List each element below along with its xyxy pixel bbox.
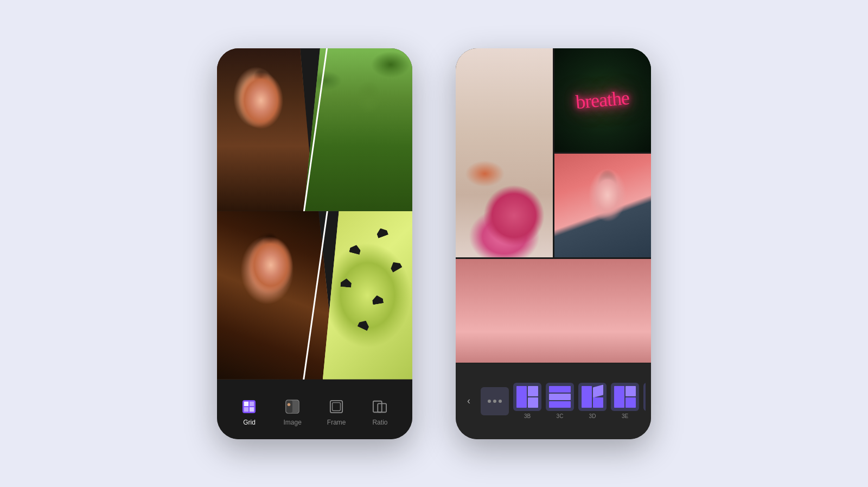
mini-grid-3e: [614, 386, 636, 408]
graduation-girl-top-left: [217, 48, 315, 211]
cap-3: [340, 278, 352, 288]
mini-cell-3e-3: [626, 397, 636, 408]
mini-grid-3b: [516, 386, 538, 408]
mini-cell-3d-1: [582, 386, 592, 408]
grid-option-3b[interactable]: 3B: [513, 383, 541, 419]
cap-5: [358, 319, 371, 331]
mini-cell-3d-3: [593, 397, 603, 408]
grid-options-scroll: 3B 3C: [513, 383, 646, 419]
mini-cell-3b-2: [528, 386, 538, 396]
grid-option-3c-label: 3C: [557, 413, 564, 419]
cell-breathe: breathe: [554, 48, 652, 152]
cap-shapes-overlay: [323, 211, 412, 380]
grid-option-3f[interactable]: 3F: [643, 383, 646, 419]
breathe-neon-text: breathe: [575, 86, 630, 113]
mini-grid-3d: [582, 386, 603, 408]
toolbar-item-frame[interactable]: Frame: [327, 398, 346, 426]
mini-cell-3c-3: [549, 401, 571, 408]
grid-option-3d[interactable]: 3D: [578, 383, 607, 419]
dot-2: [493, 400, 496, 403]
dot-3: [499, 400, 502, 403]
right-phone-bottom-panel: ‹: [456, 363, 651, 439]
arrow-back-button[interactable]: ‹: [461, 394, 476, 409]
mini-cell-3b-3: [528, 397, 538, 408]
grid-option-3e[interactable]: 3E: [611, 383, 639, 419]
grid-option-3e-label: 3E: [622, 413, 628, 419]
cap-1: [349, 243, 361, 255]
grid-option-3d-box: [578, 383, 607, 411]
mini-grid-3c: [549, 386, 571, 408]
portrait-overlay-bottom: [217, 211, 336, 380]
svg-rect-3: [286, 400, 292, 412]
mini-cell-3b-1: [516, 386, 527, 408]
mini-cell-3d-2: [593, 384, 603, 397]
portrait-overlay: [217, 48, 315, 211]
toolbar-item-ratio[interactable]: Ratio: [371, 398, 388, 426]
toolbar-label-grid: Grid: [243, 419, 256, 426]
more-options-button[interactable]: [481, 387, 509, 415]
frame-icon-container: [328, 398, 345, 415]
left-phone-toolbar: Grid Image: [217, 385, 412, 439]
mini-cell-3c-2: [549, 394, 571, 400]
grid-option-3b-box: [513, 383, 541, 411]
right-collage-area: breathe: [456, 48, 651, 363]
cap-4: [372, 294, 384, 305]
ratio-icon-container: [371, 398, 388, 415]
grid-option-3d-label: 3D: [589, 413, 596, 419]
svg-point-4: [288, 403, 291, 406]
cell-flowers: [456, 48, 553, 258]
mini-cell-3e-1: [626, 386, 636, 396]
bottom-row: [217, 211, 412, 380]
grid-options-row: ‹: [456, 383, 651, 419]
grid-option-3c-box: [546, 383, 574, 411]
grid-icon: [242, 400, 256, 414]
left-collage-area: [217, 48, 412, 385]
grid-icon-container: [240, 398, 258, 415]
toolbar-label-frame: Frame: [327, 419, 346, 426]
phones-container: Grid Image: [217, 48, 651, 439]
cap-2: [375, 226, 388, 238]
toolbar-label-image: Image: [283, 419, 301, 426]
ceremony-overlay: [304, 48, 412, 211]
cell-woman: [554, 154, 652, 257]
three-dots-icon: [488, 400, 502, 403]
image-icon: [285, 400, 299, 414]
phone-left: Grid Image: [217, 48, 412, 439]
phone-right: breathe ‹: [456, 48, 651, 439]
toolbar-item-image[interactable]: Image: [283, 398, 301, 426]
caps-flying-right: [323, 211, 412, 380]
frame-icon: [329, 400, 343, 414]
grid-option-3e-box: [611, 383, 639, 411]
mini-cell-3c-1: [549, 386, 571, 393]
ceremony-top-right: [304, 48, 412, 211]
graduation-girl-bottom-left: [217, 211, 336, 380]
grid-option-3f-box: [643, 383, 646, 411]
image-icon-container: [284, 398, 301, 415]
toolbar-label-ratio: Ratio: [372, 419, 387, 426]
svg-rect-6: [333, 402, 341, 410]
dot-1: [488, 400, 491, 403]
ratio-icon: [373, 400, 387, 414]
grid-option-3c[interactable]: 3C: [546, 383, 574, 419]
top-row: [217, 48, 412, 211]
cap-6: [388, 260, 402, 273]
toolbar-item-grid[interactable]: Grid: [240, 398, 258, 426]
cell-bathroom: [456, 259, 651, 363]
mini-cell-3e-2: [614, 386, 624, 408]
grid-option-3b-label: 3B: [524, 413, 531, 419]
